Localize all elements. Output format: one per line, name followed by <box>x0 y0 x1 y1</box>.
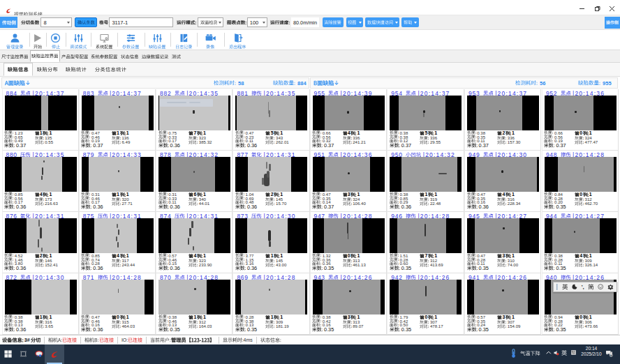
svg-text:6: 6 <box>610 354 612 357</box>
